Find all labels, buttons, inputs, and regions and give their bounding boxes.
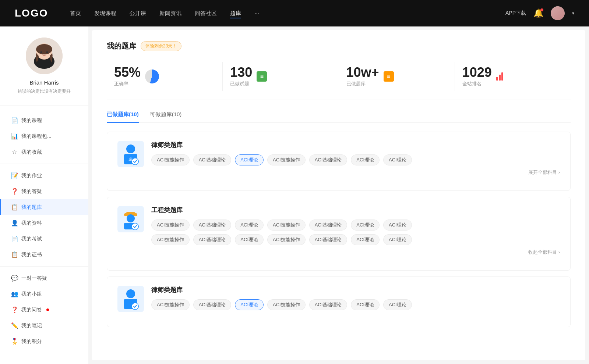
eng-tag-2[interactable]: ACI基础理论 xyxy=(193,220,232,231)
quiz-bank-tags-3: ACI技能操作 ACI基础理论 ACI理论 ACI技能操作 ACI基础理论 AC… xyxy=(151,299,560,310)
app-download-button[interactable]: APP下载 xyxy=(505,10,526,17)
nav-qa[interactable]: 问答社区 xyxy=(195,8,217,18)
notification-dot xyxy=(540,8,543,11)
sidebar-avatar xyxy=(26,38,63,74)
nav-news[interactable]: 新闻资讯 xyxy=(159,8,181,18)
quiz-bank-title-3: 律师类题库 xyxy=(151,286,560,294)
svg-point-5 xyxy=(46,51,48,53)
eng-tag-6[interactable]: ACI理论 xyxy=(351,220,380,231)
collection-icon: ☆ xyxy=(11,149,18,156)
stat-site-rank: 1029 全站排名 xyxy=(455,62,571,91)
stat-done-banks-label: 已做题库 xyxy=(346,81,379,87)
sidebar-item-my-collection[interactable]: ☆ 我的收藏 xyxy=(0,144,88,160)
quiz-bank-lawyer-2: 律师类题库 ACI技能操作 ACI基础理论 ACI理论 ACI技能操作 ACI基… xyxy=(107,276,571,327)
law2-tag-7[interactable]: ACI理论 xyxy=(383,299,412,310)
page-title: 我的题库 xyxy=(107,41,136,51)
tag-aci-skill-op2[interactable]: ACI技能操作 xyxy=(267,154,306,165)
stat-done-questions-value: 130 xyxy=(230,66,252,79)
eng-tag-13[interactable]: ACI理论 xyxy=(351,234,380,245)
eng-tag-7[interactable]: ACI理论 xyxy=(383,220,412,231)
sidebar-divider-1 xyxy=(0,106,88,106)
law2-tag-5[interactable]: ACI基础理论 xyxy=(309,299,348,310)
quiz-bank-tabs: 已做题库(10) 可做题库(10) xyxy=(107,111,571,123)
eng-tag-9[interactable]: ACI基础理论 xyxy=(193,234,232,245)
sidebar-item-my-qa[interactable]: ❓ 我的答疑 xyxy=(0,183,88,199)
stat-done-banks-value: 10w+ xyxy=(346,66,379,79)
exam-icon: 📄 xyxy=(11,235,18,242)
stat-accuracy: 55% 正确率 xyxy=(107,62,223,91)
sidebar-item-my-points[interactable]: 🎖️ 我的积分 xyxy=(0,333,88,349)
stat-done-banks: 10w+ 已做题库 ≡ xyxy=(339,62,455,91)
notification-bell[interactable]: 🔔 xyxy=(533,8,543,18)
tab-done[interactable]: 已做题库(10) xyxy=(107,111,139,122)
tag-aci-basic-theory2[interactable]: ACI基础理论 xyxy=(309,154,348,165)
sidebar-username: Brian Harris xyxy=(29,79,59,86)
sidebar-item-my-questions[interactable]: ❓ 我的问答 xyxy=(0,302,88,318)
nav-home[interactable]: 首页 xyxy=(70,8,81,18)
sidebar-item-my-homework[interactable]: 📝 我的作业 xyxy=(0,168,88,183)
eng-tag-11[interactable]: ACI技能操作 xyxy=(267,234,306,245)
eng-tag-10[interactable]: ACI理论 xyxy=(235,234,264,245)
points-icon: 🎖️ xyxy=(11,338,18,345)
stat-accuracy-label: 正确率 xyxy=(114,81,141,87)
nav-open-course[interactable]: 公开课 xyxy=(130,8,146,18)
sidebar-menu: 📄 我的课程 📊 我的课程包... ☆ 我的收藏 📝 我的作业 ❓ 我的答疑 � xyxy=(0,110,88,352)
sidebar-item-label: 我的题库 xyxy=(21,204,42,211)
sidebar-item-label: 我的课程包... xyxy=(21,133,52,140)
homework-icon: 📝 xyxy=(11,172,18,179)
svg-point-3 xyxy=(36,44,52,54)
law2-tag-4[interactable]: ACI技能操作 xyxy=(267,299,306,310)
sidebar-item-my-exam[interactable]: 📄 我的考试 xyxy=(0,231,88,247)
sidebar-item-one-on-one[interactable]: 💬 一对一答疑 xyxy=(0,270,88,286)
sidebar-item-my-profile[interactable]: 👤 我的资料 xyxy=(0,215,88,231)
nav-items: 首页 发现课程 公开课 新闻资讯 问答社区 题库 ··· xyxy=(70,8,505,18)
nav-discover[interactable]: 发现课程 xyxy=(94,8,116,18)
one-on-one-icon: 💬 xyxy=(11,275,18,282)
user-avatar[interactable] xyxy=(551,6,565,20)
tag-aci-theory-active[interactable]: ACI理论 xyxy=(235,154,264,165)
law2-tag-1[interactable]: ACI技能操作 xyxy=(151,299,190,310)
svg-point-16 xyxy=(132,223,138,230)
stat-site-rank-label: 全站排名 xyxy=(462,81,492,87)
qa-icon: ❓ xyxy=(11,188,18,195)
sidebar-item-my-cert[interactable]: 📋 我的证书 xyxy=(0,247,88,263)
stat-accuracy-value: 55% xyxy=(114,66,141,79)
sidebar-item-label: 我的答疑 xyxy=(21,188,42,195)
tag-aci-theory3[interactable]: ACI理论 xyxy=(383,154,412,165)
quiz-bank-header-3: 律师类题库 ACI技能操作 ACI基础理论 ACI理论 ACI技能操作 ACI基… xyxy=(117,286,560,312)
tag-aci-theory2[interactable]: ACI理论 xyxy=(351,154,380,165)
tab-todo[interactable]: 可做题库(10) xyxy=(150,111,182,122)
tag-aci-basic-theory[interactable]: ACI基础理论 xyxy=(193,154,232,165)
law2-tag-2[interactable]: ACI基础理论 xyxy=(193,299,232,310)
tag-aci-skill-op[interactable]: ACI技能操作 xyxy=(151,154,190,165)
eng-tag-3[interactable]: ACI理论 xyxy=(235,220,264,231)
profile-icon: 👤 xyxy=(11,220,18,226)
collapse-link-2[interactable]: 收起全部科目 › xyxy=(151,249,560,256)
eng-tag-4[interactable]: ACI技能操作 xyxy=(267,220,306,231)
main-layout: Brian Harris 错误的决定比没有决定要好 📄 我的课程 📊 我的课程包… xyxy=(0,26,589,364)
nav-more[interactable]: ··· xyxy=(254,8,259,18)
eng-tag-1[interactable]: ACI技能操作 xyxy=(151,220,190,231)
sidebar-item-my-notes[interactable]: ✏️ 我的笔记 xyxy=(0,318,88,333)
sidebar-item-my-quiz[interactable]: 📋 我的题库 xyxy=(0,199,88,215)
eng-tag-14[interactable]: ACI理论 xyxy=(383,234,412,245)
nav-quiz[interactable]: 题库 xyxy=(230,8,241,18)
svg-point-4 xyxy=(40,51,42,53)
page-header: 我的题库 体验剩余23天！ xyxy=(107,41,571,51)
expand-link-1[interactable]: 展开全部科目 › xyxy=(151,169,560,176)
quiz-bank-tags-row1: ACI技能操作 ACI基础理论 ACI理论 ACI技能操作 ACI基础理论 AC… xyxy=(151,220,560,231)
navbar: LOGO 首页 发现课程 公开课 新闻资讯 问答社区 题库 ··· APP下载 … xyxy=(0,0,589,26)
sidebar-item-label: 我的考试 xyxy=(21,236,42,242)
eng-tag-8[interactable]: ACI技能操作 xyxy=(151,234,190,245)
user-menu-chevron[interactable]: ▾ xyxy=(572,11,574,16)
law2-tag-6[interactable]: ACI理论 xyxy=(351,299,380,310)
sidebar-item-my-course[interactable]: 📄 我的课程 xyxy=(0,113,88,128)
eng-tag-5[interactable]: ACI基础理论 xyxy=(309,220,348,231)
sidebar-item-my-course-pack[interactable]: 📊 我的课程包... xyxy=(0,128,88,144)
sidebar-item-label: 我的问答 xyxy=(21,307,42,313)
law2-tag-3-active[interactable]: ACI理论 xyxy=(235,299,264,310)
sidebar-item-my-group[interactable]: 👥 我的小组 xyxy=(0,286,88,302)
logo: LOGO xyxy=(15,7,48,19)
sidebar-divider-2 xyxy=(0,164,88,164)
eng-tag-12[interactable]: ACI基础理论 xyxy=(309,234,348,245)
